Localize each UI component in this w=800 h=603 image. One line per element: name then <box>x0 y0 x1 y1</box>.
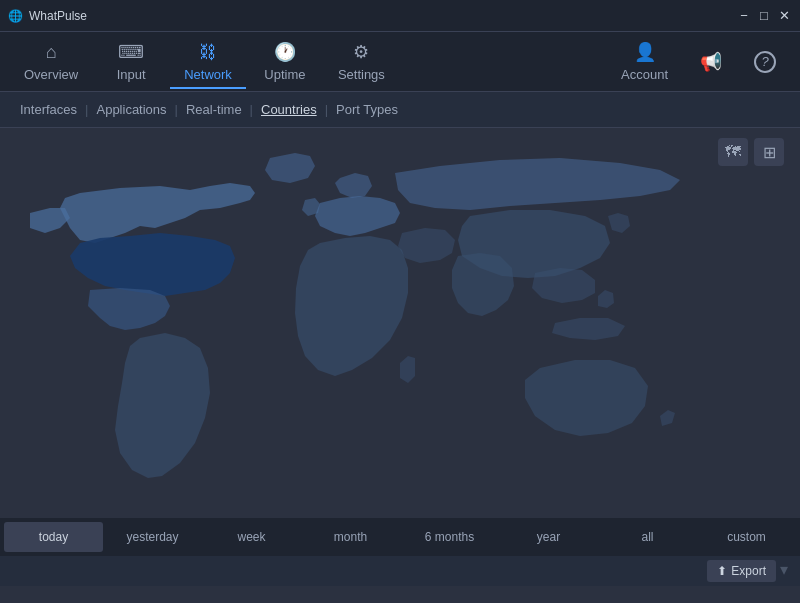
subnav-interfaces[interactable]: Interfaces <box>20 100 77 119</box>
nav-uptime-label: Uptime <box>264 67 305 82</box>
title-bar-controls: − □ ✕ <box>736 8 792 24</box>
settings-icon: ⚙ <box>353 41 369 63</box>
export-label: Export <box>731 564 766 578</box>
nav-input-label: Input <box>117 67 146 82</box>
world-map <box>0 128 800 518</box>
account-icon: 👤 <box>634 41 656 63</box>
nav-item-announce[interactable]: 📢 <box>686 45 736 79</box>
nav-settings-label: Settings <box>338 67 385 82</box>
title-bar: 🌐 WhatPulse − □ ✕ <box>0 0 800 32</box>
input-icon: ⌨ <box>118 41 144 63</box>
map-view-controls: 🗺 ⊞ <box>718 138 784 166</box>
nav-item-overview[interactable]: ⌂ Overview <box>10 36 92 88</box>
help-icon: ? <box>754 51 776 73</box>
subnav-realtime[interactable]: Real-time <box>186 100 242 119</box>
overview-icon: ⌂ <box>46 42 57 63</box>
nav-bar: ⌂ Overview ⌨ Input ⛓ Network 🕐 Uptime ⚙ … <box>0 32 800 92</box>
time-period-bar: today yesterday week month 6 months year… <box>0 518 800 556</box>
nav-item-input[interactable]: ⌨ Input <box>96 35 166 88</box>
maximize-button[interactable]: □ <box>756 8 772 24</box>
export-button[interactable]: ⬆ Export <box>707 560 776 582</box>
time-btn-custom[interactable]: custom <box>697 522 796 552</box>
sub-nav: Interfaces | Applications | Real-time | … <box>0 92 800 128</box>
network-icon: ⛓ <box>199 42 217 63</box>
nav-item-account[interactable]: 👤 Account <box>607 35 682 88</box>
nav-item-uptime[interactable]: 🕐 Uptime <box>250 35 320 88</box>
time-btn-all[interactable]: all <box>598 522 697 552</box>
map-view-button[interactable]: 🗺 <box>718 138 748 166</box>
app-title: WhatPulse <box>29 9 87 23</box>
action-row: ⬆ Export ▾ <box>0 556 800 586</box>
export-icon: ⬆ <box>717 564 727 578</box>
time-btn-6months[interactable]: 6 months <box>400 522 499 552</box>
map-container <box>0 128 800 518</box>
announce-icon: 📢 <box>700 51 722 73</box>
title-bar-left: 🌐 WhatPulse <box>8 9 87 23</box>
grid-view-button[interactable]: ⊞ <box>754 138 784 166</box>
uptime-icon: 🕐 <box>274 41 296 63</box>
app-logo-icon: 🌐 <box>8 9 23 23</box>
subnav-applications[interactable]: Applications <box>96 100 166 119</box>
subnav-countries[interactable]: Countries <box>261 100 317 119</box>
nav-item-network[interactable]: ⛓ Network <box>170 36 246 88</box>
export-dropdown-arrow[interactable]: ▾ <box>780 560 788 582</box>
nav-account-label: Account <box>621 67 668 82</box>
close-button[interactable]: ✕ <box>776 8 792 24</box>
time-btn-today[interactable]: today <box>4 522 103 552</box>
main-content: 🗺 ⊞ <box>0 128 800 603</box>
time-btn-year[interactable]: year <box>499 522 598 552</box>
nav-item-settings[interactable]: ⚙ Settings <box>324 35 399 88</box>
subnav-porttypes[interactable]: Port Types <box>336 100 398 119</box>
time-btn-month[interactable]: month <box>301 522 400 552</box>
nav-overview-label: Overview <box>24 67 78 82</box>
nav-item-help[interactable]: ? <box>740 45 790 79</box>
nav-network-label: Network <box>184 67 232 82</box>
minimize-button[interactable]: − <box>736 8 752 24</box>
time-btn-week[interactable]: week <box>202 522 301 552</box>
time-btn-yesterday[interactable]: yesterday <box>103 522 202 552</box>
